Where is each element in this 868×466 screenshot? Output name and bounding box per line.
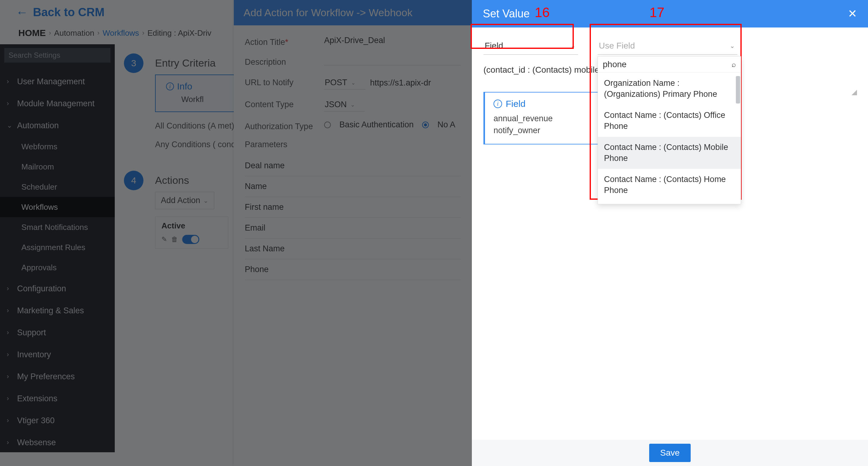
modal-footer: Save [472, 440, 868, 466]
dropdown-option[interactable]: Contact Name : (Contacts) Office Phone [598, 105, 741, 137]
dropdown-option[interactable]: Organization Name : (Organizations) Prim… [598, 73, 741, 105]
use-field-placeholder: Use Field [599, 41, 635, 51]
field-dropdown-wrapper: Field ⌄ [484, 38, 578, 55]
field-info-box: iField annual_revenue notify_owner [484, 92, 601, 144]
save-button[interactable]: Save [649, 444, 691, 462]
use-field-dropdown[interactable]: Use Field ⌄ [597, 38, 737, 55]
chevron-down-icon: ⌄ [730, 42, 735, 50]
info-label: Field [506, 99, 526, 109]
overlay-dim [0, 0, 472, 466]
info-line: annual_revenue [494, 113, 592, 124]
search-icon[interactable]: ⌕ [732, 60, 736, 69]
close-icon[interactable]: ✕ [848, 7, 857, 20]
resize-handle-icon[interactable] [851, 90, 857, 95]
dropdown-option[interactable]: Contact Name : (Contacts) Mobile Phone [598, 137, 741, 169]
use-field-panel: ⌕ Organization Name : (Organizations) Pr… [597, 56, 741, 204]
modal-header: Set Value ✕ [472, 0, 868, 28]
set-value-title: Set Value [483, 7, 530, 20]
use-field-dropdown-wrapper: Use Field ⌄ ⌕ Organization Name : (Organ… [597, 38, 737, 55]
info-icon: i [494, 99, 502, 108]
dropdown-option[interactable]: Assigned To : (Users) Home [598, 201, 741, 204]
scrollbar-thumb[interactable] [736, 76, 740, 104]
info-line: notify_owner [494, 124, 592, 137]
dropdown-option[interactable]: Contact Name : (Contacts) Home Phone [598, 169, 741, 201]
set-value-modal: Set Value ✕ Field ⌄ Use Field ⌄ ⌕ [472, 0, 868, 466]
dropdown-search-input[interactable] [603, 60, 732, 69]
field-dropdown-value: Field [485, 41, 503, 51]
field-dropdown[interactable]: Field ⌄ [484, 38, 578, 55]
chevron-down-icon: ⌄ [570, 42, 576, 50]
